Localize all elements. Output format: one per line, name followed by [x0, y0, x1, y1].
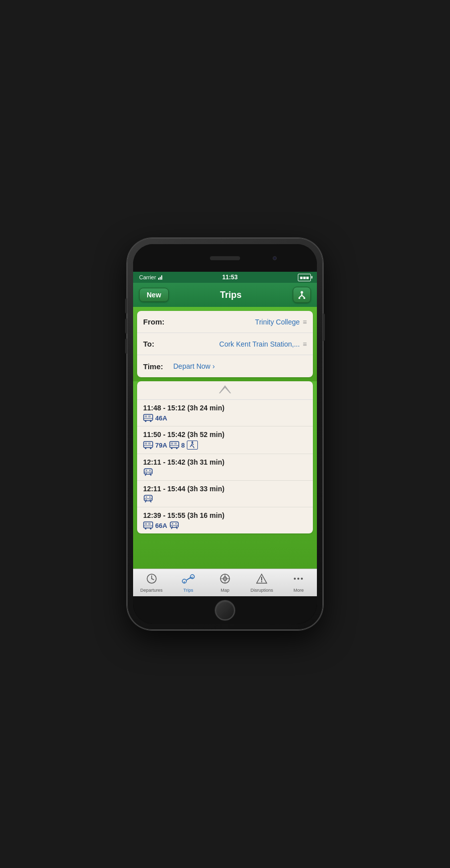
- to-value: Cork Kent Train Station,...: [173, 340, 300, 348]
- main-content: From: Trinity College ≡ To: Cork Kent Tr…: [133, 307, 317, 569]
- tab-more-label: More: [293, 588, 304, 593]
- time-label: Time:: [143, 362, 173, 371]
- time-row[interactable]: Time: Depart Now ›: [137, 355, 313, 377]
- route-number: 79A: [155, 442, 167, 449]
- svg-line-30: [193, 447, 194, 449]
- route-card: From: Trinity College ≡ To: Cork Kent Tr…: [137, 311, 313, 377]
- svg-rect-50: [148, 523, 151, 525]
- svg-rect-54: [170, 522, 178, 527]
- time-value: Depart Now ›: [173, 362, 215, 370]
- svg-point-52: [150, 528, 152, 529]
- svg-text:B: B: [191, 576, 194, 579]
- trip-modes: 46A: [143, 414, 307, 422]
- scroll-up-indicator[interactable]: [137, 381, 313, 400]
- from-row[interactable]: From: Trinity College ≡: [137, 311, 313, 333]
- carrier-info: Carrier: [139, 274, 162, 280]
- train-icon: [169, 521, 179, 529]
- trip-row[interactable]: 11:48 - 15:12 (3h 24 min): [137, 400, 313, 426]
- trip-row[interactable]: 12:39 - 15:55 (3h 16 min): [137, 507, 313, 533]
- wifi-icon: [158, 275, 162, 280]
- trip-row[interactable]: 11:50 - 15:42 (3h 52 min): [137, 426, 313, 454]
- svg-rect-37: [149, 470, 151, 471]
- tab-trips-label: Trips: [183, 588, 193, 593]
- svg-rect-10: [148, 415, 151, 417]
- svg-point-51: [145, 528, 147, 529]
- status-bar: Carrier 11:53 ■■■: [133, 272, 317, 283]
- screen: Carrier 11:53 ■■■ New Trips: [133, 272, 317, 596]
- speaker: [210, 256, 240, 260]
- svg-line-2: [299, 295, 302, 297]
- svg-rect-58: [172, 523, 173, 524]
- route-number: 8: [181, 442, 185, 449]
- up-arrow-icon: [219, 385, 231, 395]
- tab-disruptions[interactable]: Disruptions: [244, 569, 280, 596]
- svg-point-0: [301, 291, 303, 294]
- tab-departures-label: Departures: [140, 588, 163, 593]
- svg-point-80: [297, 578, 299, 580]
- svg-point-11: [145, 420, 147, 422]
- svg-line-27: [191, 443, 192, 445]
- svg-point-26: [191, 441, 193, 443]
- svg-rect-22: [174, 443, 177, 445]
- trip-time: 11:50 - 15:42 (3h 52 min): [143, 430, 307, 439]
- from-value: Trinity College: [173, 318, 300, 326]
- train-icon: [143, 495, 153, 503]
- route-section: From: Trinity College ≡ To: Cork Kent Tr…: [133, 307, 317, 381]
- trip-row[interactable]: 12:11 - 15:44 (3h 33 min): [137, 481, 313, 507]
- page-title: Trips: [220, 290, 242, 300]
- svg-rect-49: [145, 523, 147, 525]
- svg-rect-16: [148, 443, 151, 445]
- svg-rect-40: [144, 495, 152, 501]
- walk-icon: [187, 441, 198, 450]
- svg-point-60: [172, 526, 173, 527]
- trip-time: 12:11 - 15:44 (3h 33 min): [143, 485, 307, 493]
- svg-rect-8: [144, 414, 153, 420]
- tab-departures[interactable]: Departures: [133, 569, 170, 596]
- svg-rect-45: [149, 496, 151, 498]
- to-reorder-icon: ≡: [303, 340, 307, 348]
- trip-time: 12:39 - 15:55 (3h 16 min): [143, 511, 307, 519]
- svg-point-61: [176, 526, 177, 527]
- trip-modes: 66A: [143, 521, 307, 529]
- trip-modes: 79A 8: [143, 441, 307, 450]
- warning-icon: [256, 573, 267, 587]
- svg-point-38: [146, 473, 147, 474]
- route-number: 46A: [155, 414, 167, 422]
- svg-point-24: [176, 448, 177, 449]
- to-label: To:: [143, 340, 173, 348]
- status-time: 11:53: [222, 274, 238, 281]
- tab-trips[interactable]: A B Trips: [170, 569, 206, 596]
- more-icon: [293, 573, 304, 587]
- svg-point-39: [150, 473, 151, 474]
- bus-icon: [143, 521, 153, 529]
- filter-button[interactable]: [293, 287, 311, 303]
- battery-icon: ■■■: [298, 274, 311, 281]
- trip-modes: [143, 495, 307, 503]
- tab-map[interactable]: Map: [206, 569, 243, 596]
- svg-line-64: [152, 579, 154, 580]
- svg-point-81: [301, 578, 303, 580]
- trip-modes: [143, 468, 307, 476]
- svg-point-79: [294, 578, 296, 580]
- svg-rect-20: [170, 442, 179, 448]
- svg-point-5: [303, 297, 305, 299]
- phone-screen: Carrier 11:53 ■■■ New Trips: [133, 244, 317, 624]
- tab-more[interactable]: More: [280, 569, 317, 596]
- tab-bar: Departures A B: [133, 569, 317, 596]
- trip-row[interactable]: 12:11 - 15:42 (3h 31 min): [137, 454, 313, 481]
- to-row[interactable]: To: Cork Kent Train Station,... ≡: [137, 333, 313, 355]
- from-reorder-icon: ≡: [303, 318, 307, 326]
- home-button[interactable]: [215, 600, 235, 620]
- svg-rect-32: [144, 469, 152, 474]
- svg-rect-9: [145, 415, 147, 417]
- svg-rect-36: [146, 470, 147, 471]
- tab-disruptions-label: Disruptions: [251, 588, 273, 593]
- nav-bar: New Trips: [133, 283, 317, 307]
- svg-point-4: [298, 297, 300, 299]
- map-icon: [219, 573, 231, 587]
- phone-bottom-hardware: [133, 596, 317, 624]
- results-card: 11:48 - 15:12 (3h 24 min): [137, 381, 313, 533]
- svg-rect-21: [171, 443, 173, 445]
- new-button[interactable]: New: [139, 288, 169, 302]
- trips-icon: A B: [182, 573, 195, 587]
